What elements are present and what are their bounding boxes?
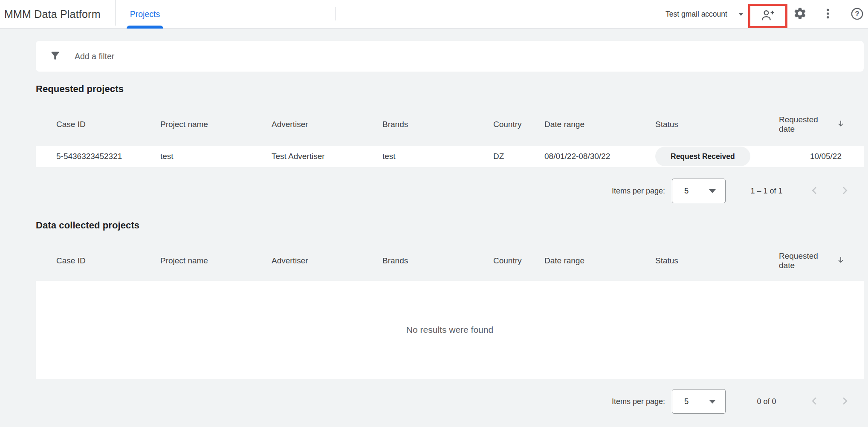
settings-button[interactable] xyxy=(793,7,807,21)
column-header-status: Status xyxy=(655,256,779,265)
chevron-left-icon xyxy=(809,395,821,408)
annotation-highlight-box xyxy=(748,4,787,28)
column-header-project-name: Project name xyxy=(160,256,272,265)
items-per-page-label: Items per page: xyxy=(612,397,665,406)
table-row[interactable]: 5-5436323452321 test Test Advertiser tes… xyxy=(36,146,864,167)
tab-projects-label: Projects xyxy=(130,9,160,19)
account-menu[interactable]: Test gmail account xyxy=(665,0,744,29)
cell-date-range: 08/01/22-08/30/22 xyxy=(544,152,655,161)
previous-page-button[interactable] xyxy=(808,185,821,197)
column-header-date-range: Date range xyxy=(544,256,655,265)
cell-project-name: test xyxy=(160,152,272,161)
app-header: MMM Data Platform Projects Test gmail ac… xyxy=(0,0,868,29)
cell-advertiser: Test Advertiser xyxy=(272,152,382,161)
column-header-date-range: Date range xyxy=(544,120,655,129)
items-per-page-label: Items per page: xyxy=(612,187,665,196)
previous-page-button[interactable] xyxy=(808,395,821,408)
filter-input[interactable] xyxy=(75,52,458,61)
items-per-page-select[interactable]: 5 xyxy=(672,389,726,414)
cell-brands: test xyxy=(382,152,493,161)
account-label: Test gmail account xyxy=(665,10,727,19)
sort-descending-icon xyxy=(836,256,845,266)
requested-projects-header-row: Case ID Project name Advertiser Brands C… xyxy=(36,114,864,135)
chevron-down-icon xyxy=(738,13,744,16)
cell-requested-date: 10/05/22 xyxy=(779,152,864,161)
help-button[interactable]: ? xyxy=(850,7,864,21)
column-header-status: Status xyxy=(655,120,779,129)
data-collected-header-row: Case ID Project name Advertiser Brands C… xyxy=(36,251,864,271)
main-content: Requested projects Case ID Project name … xyxy=(36,41,864,414)
more-options-button[interactable] xyxy=(822,8,834,20)
cell-status: Request Received xyxy=(655,147,779,166)
column-header-project-name: Project name xyxy=(160,120,272,129)
items-per-page-value: 5 xyxy=(684,397,689,406)
next-page-button[interactable] xyxy=(838,395,851,408)
filter-bar[interactable] xyxy=(36,41,864,72)
tab-projects[interactable]: Projects xyxy=(127,0,163,29)
empty-table-body: No results were found xyxy=(36,281,864,379)
requested-projects-pagination: Items per page: 5 1 – 1 of 1 xyxy=(36,178,864,204)
kebab-menu-icon xyxy=(822,7,834,21)
header-divider xyxy=(115,0,116,26)
data-collected-pagination: Items per page: 5 0 of 0 xyxy=(36,389,864,414)
next-page-button[interactable] xyxy=(838,185,851,197)
empty-state-message: No results were found xyxy=(406,325,493,335)
column-header-case-id: Case ID xyxy=(36,256,160,265)
column-header-brands: Brands xyxy=(382,120,493,129)
chevron-down-icon xyxy=(709,400,716,404)
gear-icon xyxy=(793,6,807,22)
screen: MMM Data Platform Projects Test gmail ac… xyxy=(0,0,868,427)
header-divider-2 xyxy=(335,7,336,20)
column-header-country: Country xyxy=(493,256,544,265)
data-collected-projects-title: Data collected projects xyxy=(36,220,864,231)
filter-icon xyxy=(49,50,61,63)
sort-descending-icon xyxy=(836,119,845,130)
chevron-right-icon xyxy=(839,395,851,408)
column-header-requested-date[interactable]: Requested date xyxy=(779,115,864,134)
status-badge: Request Received xyxy=(655,147,750,166)
cell-case-id: 5-5436323452321 xyxy=(36,152,160,161)
svg-text:?: ? xyxy=(855,10,859,17)
person-add-icon xyxy=(761,8,775,24)
cell-country: DZ xyxy=(493,152,544,161)
column-header-advertiser: Advertiser xyxy=(272,120,382,129)
app-title: MMM Data Platform xyxy=(4,0,101,29)
active-tab-indicator xyxy=(127,26,163,29)
page-range-text: 1 – 1 of 1 xyxy=(749,187,784,196)
chevron-down-icon xyxy=(709,189,716,193)
items-per-page-value: 5 xyxy=(684,186,689,196)
requested-projects-title: Requested projects xyxy=(36,84,864,95)
chevron-right-icon xyxy=(839,185,851,198)
column-header-requested-date[interactable]: Requested date xyxy=(779,251,864,270)
chevron-left-icon xyxy=(809,185,821,198)
page-range-text: 0 of 0 xyxy=(749,397,784,406)
items-per-page-select[interactable]: 5 xyxy=(672,179,726,203)
column-header-brands: Brands xyxy=(382,256,493,265)
help-icon: ? xyxy=(850,7,864,22)
column-header-advertiser: Advertiser xyxy=(272,256,382,265)
add-user-button[interactable] xyxy=(761,8,775,24)
column-header-country: Country xyxy=(493,120,544,129)
column-header-case-id: Case ID xyxy=(36,120,160,129)
